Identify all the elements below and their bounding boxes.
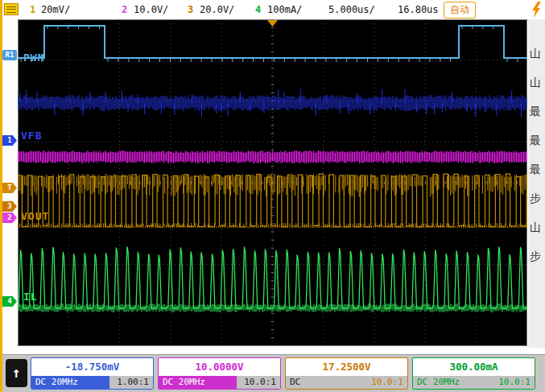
menu-icon[interactable]	[4, 3, 19, 15]
softkey-item[interactable]: 步	[530, 250, 541, 264]
oscilloscope-screen: 1 20mV/ 2 10.0V/ 3 20.0V/ 4 100mA/ 5.000…	[0, 0, 545, 392]
ch2-probe-ratio: 10.0:1	[237, 376, 280, 389]
ch4-measurement: 300.00mA	[413, 358, 535, 376]
softkey-item[interactable]: 步	[530, 192, 541, 206]
ref1-position-marker[interactable]: R1	[2, 50, 17, 60]
ch2-measurement: 10.0000V	[159, 358, 280, 376]
softkey-item[interactable]: 最	[530, 105, 541, 119]
ch1-status-box[interactable]: -18.750mV DC 20MHz 1.00:1	[31, 357, 154, 390]
ch3-measurement: 17.2500V	[286, 358, 407, 376]
trace-label-il: IL	[23, 291, 38, 303]
softkey-item[interactable]: 山	[530, 221, 541, 235]
ch4-scale[interactable]: 100mA/	[267, 4, 302, 15]
ch1-scale[interactable]: 20mV/	[41, 4, 70, 15]
ch1-ground-marker[interactable]: 1	[2, 135, 17, 146]
ch4-status-box[interactable]: 300.00mA DC 20MHz 10.0:1	[412, 357, 535, 390]
trigger-level-marker[interactable]: T	[2, 183, 17, 193]
ch3-number[interactable]: 3	[188, 4, 193, 15]
ch3-probe-ratio: 10.0:1	[364, 376, 407, 389]
lightning-icon	[531, 2, 542, 18]
ch3-scale[interactable]: 20.0V/	[200, 4, 234, 15]
left-edge-accent	[0, 0, 2, 392]
waveform-display	[18, 19, 527, 346]
softkey-menu-strip: 山 山 最 最 最 步 山 步	[528, 19, 545, 348]
waveform-canvas	[18, 19, 527, 346]
trace-label-vfb: VFB	[21, 130, 42, 142]
ch1-probe-ratio: 1.00:1	[109, 376, 153, 389]
ch2-status-box[interactable]: 10.0000V DC 20MHz 10.0:1	[158, 357, 281, 390]
bottom-status-bar: ↑ -18.750mV DC 20MHz 1.00:1 10.0000V DC …	[0, 354, 545, 392]
softkey-item[interactable]: 最	[530, 134, 541, 148]
ch4-ground-marker[interactable]: 4	[2, 296, 17, 307]
trace-label-pwm: PWM	[23, 52, 44, 64]
ch4-number[interactable]: 4	[255, 4, 261, 15]
ch4-probe-ratio: 10.0:1	[491, 376, 535, 389]
up-arrow-button[interactable]: ↑	[6, 359, 27, 387]
ch3-status-box[interactable]: 17.2500V DC 10.0:1	[285, 357, 408, 390]
ch2-coupling: DC 20MHz	[159, 376, 237, 389]
softkey-item[interactable]: 山	[530, 76, 541, 90]
trigger-status-badge[interactable]: 自动	[444, 2, 476, 19]
ch3-ground-marker[interactable]: 3	[2, 201, 17, 212]
timebase-value[interactable]: 5.000us/	[328, 4, 375, 15]
trace-label-vout: VOUT	[21, 210, 49, 222]
ch1-measurement: -18.750mV	[31, 358, 153, 376]
top-bar: 1 20mV/ 2 10.0V/ 3 20.0V/ 4 100mA/ 5.000…	[0, 0, 545, 19]
ch1-number[interactable]: 1	[30, 4, 35, 15]
softkey-item[interactable]: 山	[530, 47, 541, 61]
ch3-coupling: DC	[286, 376, 364, 389]
softkey-item[interactable]: 最	[530, 163, 541, 177]
ch1-coupling: DC 20MHz	[31, 376, 109, 389]
ch2-ground-marker[interactable]: 2	[2, 213, 17, 223]
trigger-delay-value[interactable]: 16.80us	[398, 4, 439, 15]
ch2-number[interactable]: 2	[122, 4, 127, 15]
ch2-scale[interactable]: 10.0V/	[134, 4, 168, 15]
ch4-coupling: DC 20MHz	[413, 376, 491, 389]
